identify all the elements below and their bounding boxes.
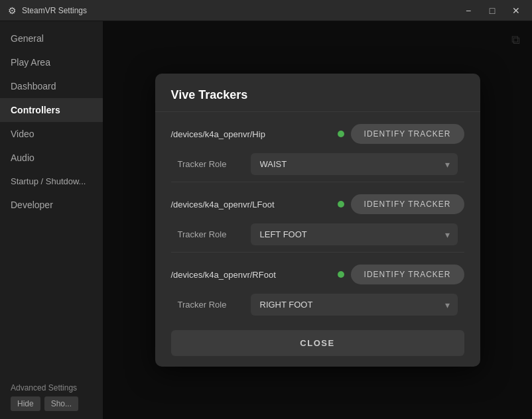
sidebar-item-dashboard[interactable]: Dashboard	[0, 74, 103, 98]
sidebar-item-video[interactable]: Video	[0, 122, 103, 146]
role-select-wrapper-rfoot: RIGHT FOOT DISABLED WAIST LEFT FOOT LEFT…	[251, 294, 458, 316]
sidebar-item-play-area[interactable]: Play Area	[0, 50, 103, 74]
role-row-rfoot: Tracker Role RIGHT FOOT DISABLED WAIST L…	[171, 294, 464, 316]
show-button[interactable]: Sho...	[44, 396, 78, 411]
modal-footer: CLOSE	[155, 322, 480, 367]
role-label-hip: Tracker Role	[178, 159, 244, 169]
content-area: ⧉ Vive Trackers /devices/k4a_openvr/Hip …	[103, 21, 532, 419]
sidebar-bottom-buttons: Hide Sho...	[11, 396, 92, 411]
minimize-button[interactable]: −	[458, 1, 479, 20]
role-label-rfoot: Tracker Role	[178, 300, 244, 310]
title-bar: ⚙ SteamVR Settings − □ ✕	[0, 0, 532, 21]
sidebar-item-controllers[interactable]: Controllers	[0, 98, 103, 122]
close-modal-button[interactable]: CLOSE	[171, 330, 464, 356]
sidebar-item-developer[interactable]: Developer	[0, 193, 103, 217]
tracker-device-name-rfoot: /devices/k4a_openvr/RFoot	[171, 270, 331, 280]
sidebar: General Play Area Dashboard Controllers …	[0, 21, 103, 419]
hide-button[interactable]: Hide	[11, 396, 40, 411]
role-row-hip: Tracker Role WAIST DISABLED LEFT FOOT RI…	[171, 153, 464, 175]
tracker-status-dot-hip	[338, 131, 344, 137]
role-label-lfoot: Tracker Role	[178, 229, 244, 239]
tracker-section-rfoot: /devices/k4a_openvr/RFoot IDENTIFY TRACK…	[171, 253, 464, 322]
role-select-wrapper-lfoot: LEFT FOOT DISABLED WAIST RIGHT FOOT LEFT…	[251, 223, 458, 245]
app-icon: ⚙	[8, 5, 17, 16]
modal-overlay: Vive Trackers /devices/k4a_openvr/Hip ID…	[103, 21, 532, 419]
title-bar-left: ⚙ SteamVR Settings	[8, 5, 87, 16]
close-button[interactable]: ✕	[505, 1, 527, 20]
app-title: SteamVR Settings	[22, 6, 87, 15]
modal-header: Vive Trackers	[155, 74, 480, 112]
tracker-role-select-rfoot[interactable]: RIGHT FOOT DISABLED WAIST LEFT FOOT LEFT…	[251, 294, 458, 316]
tracker-status-dot-lfoot	[338, 201, 344, 208]
advanced-settings-label: Advanced Settings	[11, 383, 92, 392]
tracker-section-lfoot: /devices/k4a_openvr/LFoot IDENTIFY TRACK…	[171, 182, 464, 253]
tracker-row-lfoot: /devices/k4a_openvr/LFoot IDENTIFY TRACK…	[171, 194, 464, 214]
role-row-lfoot: Tracker Role LEFT FOOT DISABLED WAIST RI…	[171, 223, 464, 245]
identify-tracker-button-lfoot[interactable]: IDENTIFY TRACKER	[351, 194, 464, 214]
tracker-row-rfoot: /devices/k4a_openvr/RFoot IDENTIFY TRACK…	[171, 265, 464, 284]
modal-body[interactable]: /devices/k4a_openvr/Hip IDENTIFY TRACKER…	[155, 112, 480, 322]
tracker-row-hip: /devices/k4a_openvr/Hip IDENTIFY TRACKER	[171, 124, 464, 144]
tracker-status-dot-rfoot	[338, 271, 344, 278]
tracker-device-name-hip: /devices/k4a_openvr/Hip	[171, 129, 331, 139]
sidebar-item-startup[interactable]: Startup / Shutdow...	[0, 170, 103, 193]
tracker-device-name-lfoot: /devices/k4a_openvr/LFoot	[171, 200, 331, 210]
identify-tracker-button-rfoot[interactable]: IDENTIFY TRACKER	[351, 265, 464, 284]
sidebar-item-general[interactable]: General	[0, 27, 103, 50]
title-bar-controls: − □ ✕	[458, 1, 527, 20]
vive-trackers-modal: Vive Trackers /devices/k4a_openvr/Hip ID…	[155, 74, 480, 367]
main-layout: General Play Area Dashboard Controllers …	[0, 21, 532, 419]
sidebar-item-audio[interactable]: Audio	[0, 146, 103, 170]
identify-tracker-button-hip[interactable]: IDENTIFY TRACKER	[351, 124, 464, 144]
tracker-role-select-hip[interactable]: WAIST DISABLED LEFT FOOT RIGHT FOOT LEFT…	[251, 153, 458, 175]
tracker-section-hip: /devices/k4a_openvr/Hip IDENTIFY TRACKER…	[171, 112, 464, 182]
modal-title: Vive Trackers	[171, 88, 464, 102]
sidebar-bottom: Advanced Settings Hide Sho...	[0, 378, 103, 419]
tracker-role-select-lfoot[interactable]: LEFT FOOT DISABLED WAIST RIGHT FOOT LEFT…	[251, 223, 458, 245]
role-select-wrapper-hip: WAIST DISABLED LEFT FOOT RIGHT FOOT LEFT…	[251, 153, 458, 175]
maximize-button[interactable]: □	[482, 1, 503, 20]
